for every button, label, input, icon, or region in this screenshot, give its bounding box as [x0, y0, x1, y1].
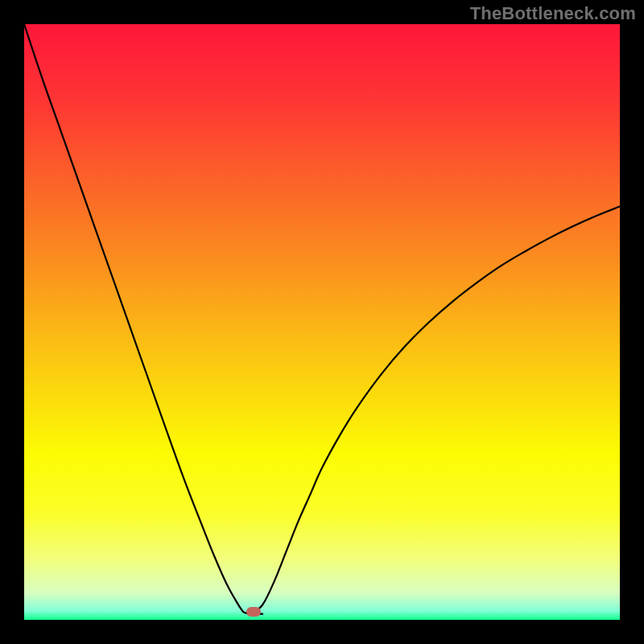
curve-layer: [24, 24, 620, 620]
curve-left-branch: [24, 24, 262, 614]
plot-area: [24, 24, 620, 620]
chart-stage: TheBottleneck.com: [0, 0, 644, 644]
watermark-label: TheBottleneck.com: [470, 3, 636, 24]
minimum-marker: [246, 607, 261, 617]
curve-right-branch: [250, 206, 620, 613]
